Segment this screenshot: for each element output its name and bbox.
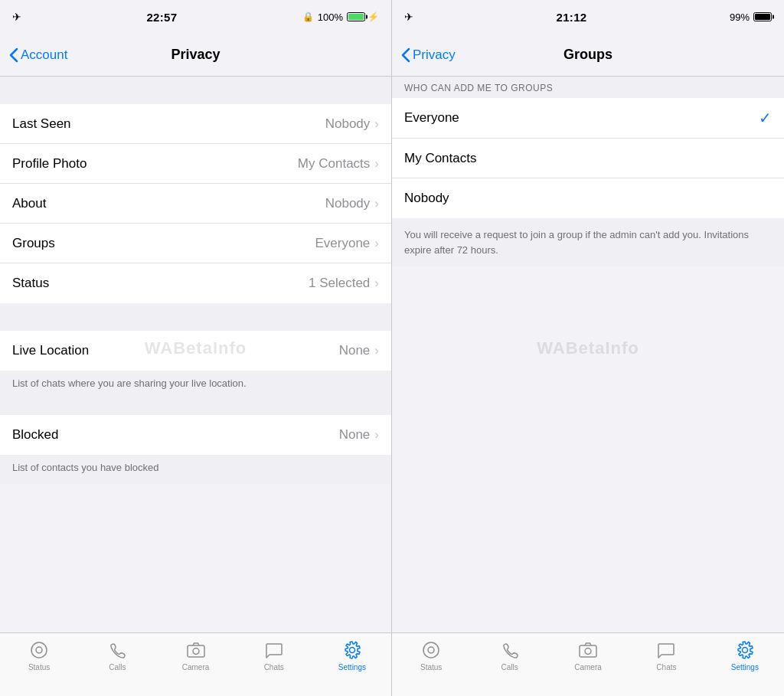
camera-tab-label-right: Camera (574, 663, 602, 671)
group-option-nobody[interactable]: Nobody (392, 178, 784, 218)
status-bar-left: ✈ 22:57 🔒 100% ⚡ (0, 0, 391, 34)
svg-rect-7 (580, 645, 596, 657)
groups-label: Groups (12, 236, 55, 251)
group-option-everyone[interactable]: Everyone ✓ (392, 98, 784, 139)
privacy-list: Last Seen Nobody › Profile Photo My Cont… (0, 104, 391, 303)
battery-icon-right (753, 12, 772, 21)
status-tab-label-right: Status (420, 663, 442, 671)
svg-point-5 (423, 642, 439, 658)
status-icons-left: 🔒 100% ⚡ (302, 11, 379, 23)
calls-tab-icon-left (106, 639, 128, 661)
list-item-blocked[interactable]: Blocked None › (0, 415, 391, 455)
tab-status-right[interactable]: Status (392, 639, 470, 671)
tab-camera-left[interactable]: Camera (156, 639, 234, 671)
svg-point-4 (349, 648, 354, 653)
chevron-profile-photo: › (374, 156, 379, 172)
airplane-icon-right: ✈ (404, 11, 413, 23)
live-location-label: Live Location (12, 343, 89, 358)
status-tab-label-left: Status (28, 663, 50, 671)
settings-tab-icon-left (341, 639, 363, 661)
my-contacts-label: My Contacts (404, 151, 476, 166)
camera-tab-icon-left (185, 639, 207, 661)
status-left-right: ✈ (404, 11, 413, 23)
time-right: 21:12 (557, 11, 587, 24)
calls-tab-icon-right (499, 639, 521, 661)
svg-point-9 (742, 648, 747, 653)
camera-tab-label-left: Camera (182, 663, 210, 671)
groups-section-header: WHO CAN ADD ME TO GROUPS (392, 77, 784, 98)
groups-value: Everyone › (315, 236, 380, 251)
status-left: ✈ (12, 11, 21, 23)
tab-calls-left[interactable]: Calls (78, 639, 156, 671)
nobody-label: Nobody (404, 191, 449, 206)
everyone-label: Everyone (404, 110, 459, 126)
list-item-groups[interactable]: Groups Everyone › (0, 224, 391, 263)
chevron-live-location: › (374, 343, 379, 358)
back-button-left[interactable]: Account (9, 47, 67, 63)
svg-point-6 (428, 647, 434, 653)
list-item-live-location[interactable]: Live Location None › (0, 331, 391, 371)
tab-chats-right[interactable]: Chats (627, 639, 705, 671)
chevron-blocked: › (374, 427, 379, 443)
status-privacy-label: Status (12, 276, 49, 291)
groups-panel: ✈ 21:12 99% Privacy Groups WABetaInfo WH… (392, 0, 784, 696)
about-value: Nobody › (325, 196, 379, 211)
chats-tab-icon-right (655, 639, 677, 661)
status-privacy-value: 1 Selected › (309, 276, 379, 291)
battery-icon-left (347, 12, 365, 21)
nav-title-left: Privacy (171, 47, 220, 63)
profile-photo-value: My Contacts › (298, 156, 379, 172)
svg-point-8 (585, 649, 591, 655)
camera-tab-icon-right (577, 639, 599, 661)
settings-tab-icon-right (734, 639, 756, 661)
list-item-profile-photo[interactable]: Profile Photo My Contacts › (0, 144, 391, 184)
settings-tab-label-left: Settings (338, 663, 366, 671)
battery-label-left: 100% (318, 11, 343, 23)
tab-status-left[interactable]: Status (0, 639, 78, 671)
battery-label-right: 99% (730, 11, 750, 23)
section-spacer-top-left (0, 77, 391, 104)
profile-photo-label: Profile Photo (12, 156, 87, 172)
calls-tab-label-left: Calls (109, 663, 126, 671)
blocked-value: None › (339, 427, 379, 443)
last-seen-value: Nobody › (325, 116, 379, 132)
tab-settings-left[interactable]: Settings (313, 639, 391, 671)
back-label-right: Privacy (413, 47, 456, 63)
chevron-about: › (374, 196, 379, 211)
back-button-right[interactable]: Privacy (401, 47, 456, 63)
chats-tab-icon-left (263, 639, 285, 661)
airplane-icon: ✈ (12, 11, 21, 23)
group-option-my-contacts[interactable]: My Contacts (392, 139, 784, 178)
calls-tab-label-right: Calls (501, 663, 518, 671)
list-item-about[interactable]: About Nobody › (0, 184, 391, 224)
tab-bar-left: Status Calls Camera (0, 632, 391, 696)
list-item-status[interactable]: Status 1 Selected › (0, 263, 391, 303)
tab-camera-right[interactable]: Camera (549, 639, 627, 671)
nav-title-right: Groups (564, 47, 612, 63)
svg-rect-2 (188, 645, 204, 657)
tab-chats-left[interactable]: Chats (235, 639, 313, 671)
live-location-value: None › (339, 343, 379, 358)
tab-calls-right[interactable]: Calls (470, 639, 548, 671)
privacy-panel: ✈ 22:57 🔒 100% ⚡ Account Privacy WABetaI… (0, 0, 392, 696)
watermark-right: WABetaInfo (537, 338, 639, 358)
time-left: 22:57 (146, 11, 177, 24)
last-seen-label: Last Seen (12, 116, 71, 132)
svg-point-1 (36, 647, 42, 653)
blocked-section: Blocked None › (0, 415, 391, 455)
chevron-last-seen: › (374, 116, 379, 132)
settings-tab-label-right: Settings (731, 663, 759, 671)
status-tab-icon-left (28, 639, 50, 661)
nav-bar-right: Privacy Groups (392, 34, 784, 77)
chevron-groups: › (374, 236, 379, 251)
tab-settings-right[interactable]: Settings (706, 639, 784, 671)
nav-bar-left: Account Privacy (0, 34, 391, 77)
tab-bar-right: Status Calls Camera (392, 632, 784, 696)
back-label-left: Account (21, 47, 67, 63)
list-item-last-seen[interactable]: Last Seen Nobody › (0, 104, 391, 144)
bolt-icon: ⚡ (368, 11, 379, 22)
group-options-list: Everyone ✓ My Contacts Nobody (392, 98, 784, 218)
blocked-label: Blocked (12, 427, 58, 443)
status-icons-right: 99% (730, 11, 772, 23)
section-spacer-mid-left (0, 303, 391, 331)
